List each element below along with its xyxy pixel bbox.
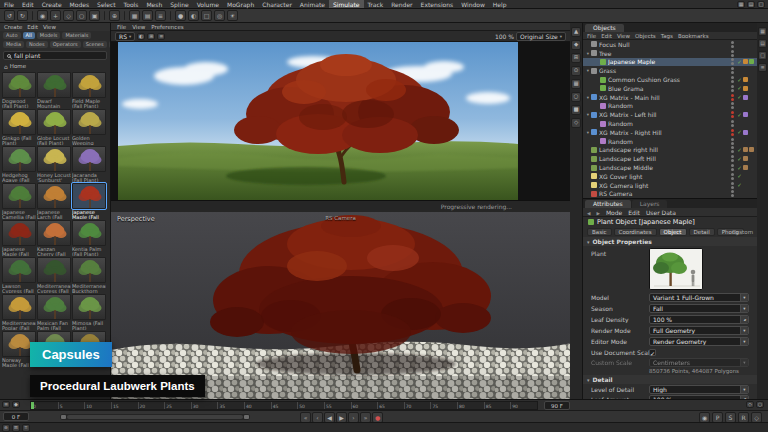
separator[interactable] bbox=[124, 11, 125, 20]
render-visibility-dot[interactable] bbox=[731, 115, 734, 118]
section-object-properties[interactable]: Object Properties bbox=[583, 237, 757, 246]
editor-visibility-dot[interactable] bbox=[731, 164, 734, 167]
forward-icon[interactable] bbox=[596, 209, 599, 216]
menu-item[interactable]: Tools bbox=[120, 0, 143, 8]
object-name[interactable]: Landscape Left Hill bbox=[599, 155, 729, 162]
object-menu-item[interactable]: Bookmarks bbox=[678, 33, 709, 39]
mode-menu[interactable]: Mode bbox=[606, 209, 622, 216]
asset-filter-chip[interactable]: Nodes bbox=[26, 41, 48, 48]
object-row[interactable]: Blue Grama ✓ bbox=[583, 84, 757, 93]
editor-visibility-dot[interactable] bbox=[731, 173, 734, 176]
menu-item[interactable]: File bbox=[0, 0, 18, 8]
workplane-icon[interactable]: ⊙ bbox=[571, 66, 581, 76]
tag-icon[interactable] bbox=[743, 103, 748, 108]
tag-icon[interactable] bbox=[743, 174, 748, 179]
object-row[interactable]: ▾ Grass bbox=[583, 66, 757, 75]
tag-icons[interactable] bbox=[743, 59, 755, 64]
editor-visibility-dot[interactable] bbox=[731, 67, 734, 70]
tag-icon[interactable] bbox=[749, 121, 754, 126]
object-row[interactable]: Japanese Maple ✓ bbox=[583, 58, 757, 67]
grid-icon[interactable]: ⊞ bbox=[12, 424, 20, 432]
new-material-icon[interactable]: ● bbox=[175, 10, 186, 21]
asset-thumbnail[interactable] bbox=[37, 294, 71, 320]
editor-visibility-dot[interactable] bbox=[731, 120, 734, 123]
asset-thumbnail[interactable] bbox=[2, 109, 36, 135]
visibility-dots[interactable] bbox=[731, 85, 734, 92]
render-visibility-dot[interactable] bbox=[731, 54, 734, 57]
asset-item[interactable]: Japanese Maple (Fall Plant) bbox=[72, 183, 106, 219]
axis-lock-icon[interactable]: ■ bbox=[571, 105, 581, 115]
object-name[interactable]: Japanese Maple bbox=[608, 58, 729, 65]
object-row[interactable]: Landscape Left Hill ✓ bbox=[583, 154, 757, 163]
render-engine-select[interactable]: RS bbox=[115, 32, 135, 41]
asset-thumbnail[interactable] bbox=[72, 220, 106, 246]
rotate-tool-icon[interactable]: ○ bbox=[76, 10, 87, 21]
floor-icon[interactable]: □ bbox=[201, 10, 212, 21]
asset-thumbnail[interactable] bbox=[2, 220, 36, 246]
tag-icon[interactable] bbox=[743, 59, 748, 64]
editor-visibility-dot[interactable] bbox=[731, 76, 734, 79]
tag-icon[interactable] bbox=[743, 191, 748, 196]
object-menu-item[interactable]: Edit bbox=[601, 33, 612, 39]
editor-visibility-dot[interactable] bbox=[731, 58, 734, 61]
keyframe-bar-icon[interactable]: ◆ bbox=[12, 401, 20, 408]
tag-icons[interactable] bbox=[743, 77, 755, 82]
empty-panel-icon[interactable]: □ bbox=[758, 51, 767, 60]
chevron-down-icon[interactable] bbox=[740, 386, 748, 393]
menu-item[interactable]: Edit bbox=[18, 0, 38, 8]
leaf-density-input[interactable]: 100 % bbox=[649, 315, 749, 324]
object-name[interactable]: XG Matrix - Left hill bbox=[599, 111, 729, 118]
asset-item[interactable]: Lawson Cypress (Fall Plant) bbox=[2, 257, 36, 293]
menu-item[interactable]: Animate bbox=[296, 0, 329, 8]
asset-thumbnail[interactable] bbox=[37, 183, 71, 209]
asset-item[interactable]: Kanzan Cherry (Fall Plant) bbox=[37, 220, 71, 256]
visibility-dots[interactable] bbox=[731, 76, 734, 83]
tag-icons[interactable] bbox=[743, 103, 755, 108]
size-mode-select[interactable]: Original Size bbox=[516, 32, 566, 41]
asset-thumbnail[interactable] bbox=[2, 183, 36, 209]
asset-item[interactable]: Japanese Larch (Fall Plant) bbox=[37, 183, 71, 219]
object-row[interactable]: Random bbox=[583, 102, 757, 111]
tag-icon[interactable] bbox=[749, 103, 754, 108]
asset-item[interactable]: Dwarf Mountain Pine (Fall Plant) bbox=[37, 72, 71, 108]
light-icon[interactable]: ☀ bbox=[227, 10, 238, 21]
tab-attributes[interactable]: Attributes bbox=[585, 200, 631, 208]
use-document-scale-checkbox[interactable] bbox=[649, 349, 656, 356]
environment-icon[interactable]: ◐ bbox=[188, 10, 199, 21]
object-row[interactable]: Random bbox=[583, 137, 757, 146]
panel-menu-icon[interactable]: ≡ bbox=[758, 63, 767, 72]
tag-icon[interactable] bbox=[749, 130, 754, 135]
tab-layers[interactable]: Layers bbox=[632, 200, 668, 208]
marker-icon[interactable]: ◇ bbox=[746, 401, 754, 408]
tag-icons[interactable] bbox=[743, 112, 755, 117]
tag-icon[interactable] bbox=[743, 51, 748, 56]
tag-icon[interactable] bbox=[749, 77, 754, 82]
render-visibility-dot[interactable] bbox=[731, 106, 734, 109]
ab-compare-icon[interactable]: ◐ bbox=[137, 33, 145, 40]
asset-thumbnail[interactable] bbox=[37, 146, 71, 172]
render-settings-icon[interactable]: ≡ bbox=[155, 10, 166, 21]
attribute-tab[interactable]: Object bbox=[659, 228, 687, 236]
tag-icon[interactable] bbox=[749, 51, 754, 56]
object-row[interactable]: ▾ XG Matrix - Left hill ✓ bbox=[583, 110, 757, 119]
attribute-tab[interactable]: Coordinates bbox=[614, 228, 657, 236]
tag-icon[interactable] bbox=[743, 165, 748, 170]
asset-item[interactable]: Mexican Fan Palm (Fall Plant) bbox=[37, 294, 71, 330]
make-editable-icon[interactable]: ▲ bbox=[571, 27, 581, 37]
end-frame-field[interactable]: 90 F bbox=[544, 401, 570, 410]
object-menu-item[interactable]: Objects bbox=[635, 33, 656, 39]
interface-icon[interactable]: ▤ bbox=[747, 1, 755, 8]
visibility-dots[interactable] bbox=[731, 94, 734, 101]
scale-tool-icon[interactable]: ◇ bbox=[63, 10, 74, 21]
render-picture-viewer-icon[interactable]: ▤ bbox=[142, 10, 153, 21]
camera-icon[interactable]: ◎ bbox=[214, 10, 225, 21]
asset-item[interactable]: Golden Weeping Willow (Fall Plant) bbox=[72, 109, 106, 145]
asset-thumbnail[interactable] bbox=[72, 257, 106, 283]
enabled-check-icon[interactable]: ✓ bbox=[736, 112, 743, 118]
render-visibility-dot[interactable] bbox=[731, 194, 734, 197]
asset-filter-chip[interactable]: All bbox=[23, 32, 35, 39]
asset-item[interactable]: Kentia Palm (Fall Plant) bbox=[72, 220, 106, 256]
separator[interactable] bbox=[170, 11, 171, 20]
section-detail[interactable]: Detail bbox=[583, 375, 757, 384]
tag-icon[interactable] bbox=[743, 42, 748, 47]
